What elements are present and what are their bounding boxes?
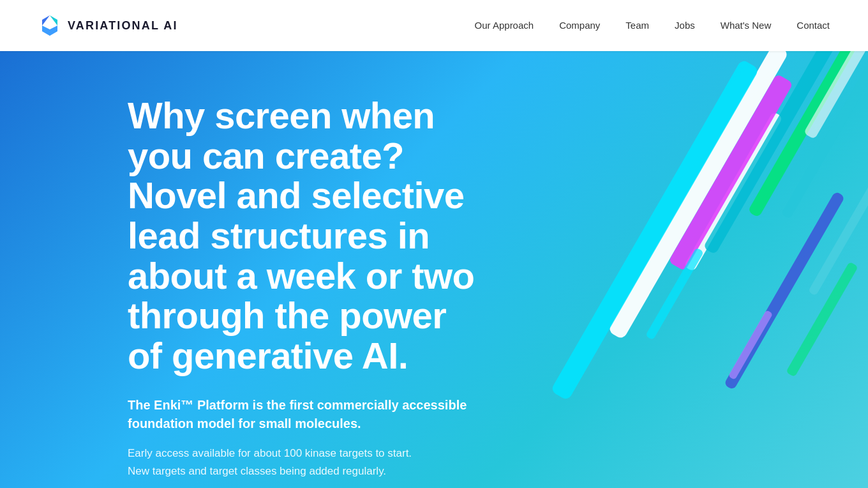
logo[interactable]: VARIATIONAL AI: [38, 14, 178, 37]
logo-icon: [38, 14, 61, 37]
nav-item-whats-new[interactable]: What's New: [721, 20, 772, 31]
nav-links: Our Approach Company Team Jobs What's Ne…: [475, 20, 830, 31]
svg-rect-13: [786, 261, 858, 377]
hero-decoration: [421, 51, 868, 488]
hero-body: Early access available for about 100 kin…: [128, 445, 485, 479]
navbar: VARIATIONAL AI Our Approach Company Team…: [0, 0, 868, 51]
svg-rect-3: [608, 51, 789, 340]
nav-link-our-approach[interactable]: Our Approach: [475, 20, 534, 31]
svg-rect-12: [728, 310, 773, 380]
svg-marker-1: [42, 15, 50, 26]
svg-rect-10: [781, 51, 868, 219]
svg-rect-11: [645, 247, 704, 340]
nav-link-contact[interactable]: Contact: [797, 20, 830, 31]
nav-item-company[interactable]: Company: [559, 20, 600, 31]
hero-section: Why screen when you can create? Novel an…: [0, 51, 868, 488]
nav-link-jobs[interactable]: Jobs: [675, 20, 695, 31]
logo-text: VARIATIONAL AI: [68, 19, 178, 33]
nav-link-whats-new[interactable]: What's New: [721, 20, 772, 31]
nav-item-team[interactable]: Team: [625, 20, 649, 31]
svg-rect-15: [808, 126, 868, 296]
svg-rect-9: [724, 191, 846, 390]
nav-item-contact[interactable]: Contact: [797, 20, 830, 31]
hero-content: Why screen when you can create? Novel an…: [0, 51, 485, 488]
svg-rect-6: [703, 51, 842, 255]
svg-rect-7: [668, 73, 793, 271]
svg-rect-8: [747, 51, 868, 218]
nav-link-company[interactable]: Company: [559, 20, 600, 31]
svg-rect-4: [684, 111, 783, 271]
hero-subheadline: The Enki™ Platform is the first commerci…: [128, 396, 485, 433]
svg-rect-14: [804, 51, 868, 139]
svg-rect-5: [550, 59, 760, 401]
nav-item-our-approach[interactable]: Our Approach: [475, 20, 534, 31]
svg-marker-0: [50, 15, 57, 26]
hero-headline: Why screen when you can create? Novel an…: [128, 96, 485, 376]
svg-marker-2: [42, 26, 57, 36]
nav-link-team[interactable]: Team: [625, 20, 649, 31]
nav-item-jobs[interactable]: Jobs: [675, 20, 695, 31]
